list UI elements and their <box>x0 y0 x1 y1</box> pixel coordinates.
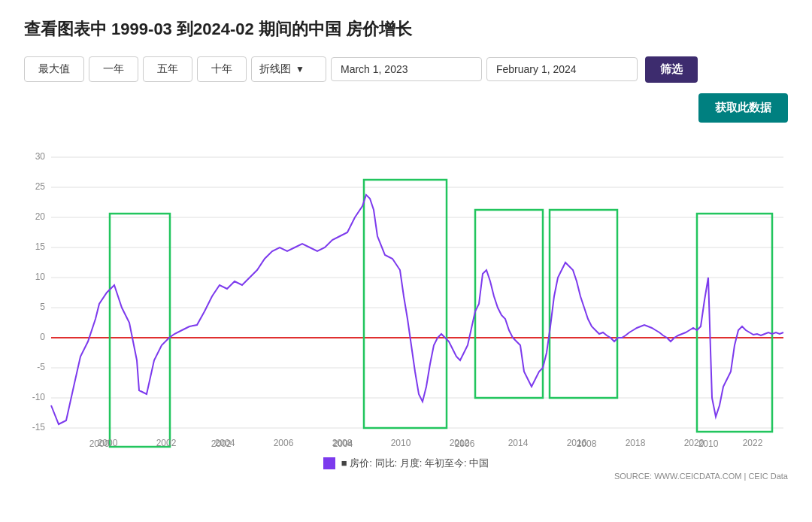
svg-text:2002: 2002 <box>156 438 177 448</box>
date-end-input[interactable] <box>486 57 638 81</box>
chart-svg: 30 25 20 15 10 5 0 -5 -10 -15 2000 2002 … <box>24 135 788 458</box>
btn-max[interactable]: 最大值 <box>24 56 84 82</box>
svg-rect-31 <box>697 214 772 432</box>
chart-type-select[interactable]: 折线图 ▼ <box>251 56 326 82</box>
svg-text:2016: 2016 <box>567 438 587 448</box>
svg-text:-5: -5 <box>37 362 45 372</box>
chevron-down-icon: ▼ <box>295 64 304 74</box>
svg-text:2012: 2012 <box>450 438 470 448</box>
svg-text:-15: -15 <box>32 422 46 432</box>
svg-text:2008: 2008 <box>332 438 353 448</box>
btn-5y[interactable]: 五年 <box>143 56 192 82</box>
svg-text:30: 30 <box>35 151 46 162</box>
svg-text:2000: 2000 <box>98 438 118 448</box>
legend-swatch <box>323 457 335 469</box>
svg-text:2022: 2022 <box>743 438 763 448</box>
source-row: SOURCE: WWW.CEICDATA.COM | CEIC Data <box>24 472 788 481</box>
svg-text:2020: 2020 <box>684 438 704 448</box>
svg-text:2004: 2004 <box>215 438 235 448</box>
date-start-input[interactable] <box>331 57 482 81</box>
chart-type-label: 折线图 <box>259 62 291 76</box>
svg-text:20: 20 <box>35 211 46 222</box>
legend-row: ■ 房价: 同比: 月度: 年初至今: 中国 <box>24 457 788 470</box>
svg-text:15: 15 <box>35 241 46 252</box>
get-data-button[interactable]: 获取此数据 <box>698 93 788 123</box>
right-controls: 获取此数据 <box>24 93 788 129</box>
legend-label: ■ 房价: 同比: 月度: 年初至今: 中国 <box>341 457 489 470</box>
svg-rect-27 <box>110 214 170 447</box>
filter-button[interactable]: 筛选 <box>645 56 698 83</box>
x-axis-labels: 2000 2002 2004 2006 2008 2010 2012 2014 … <box>51 436 783 451</box>
svg-text:2010: 2010 <box>391 438 411 448</box>
svg-text:2018: 2018 <box>626 438 646 448</box>
svg-text:2006: 2006 <box>274 438 294 448</box>
svg-text:5: 5 <box>40 302 45 312</box>
btn-10y[interactable]: 十年 <box>197 56 247 82</box>
svg-text:10: 10 <box>35 272 46 282</box>
chart-container: 30 25 20 15 10 5 0 -5 -10 -15 2000 2002 … <box>24 135 788 458</box>
controls-row: 最大值 一年 五年 十年 折线图 ▼ 筛选 <box>24 56 788 83</box>
svg-rect-29 <box>475 210 543 398</box>
svg-text:25: 25 <box>35 181 46 192</box>
svg-text:-10: -10 <box>32 392 46 402</box>
svg-text:2014: 2014 <box>508 438 529 448</box>
btn-1y[interactable]: 一年 <box>89 56 138 82</box>
page-title: 查看图表中 1999-03 到2024-02 期间的中国 房价增长 <box>24 18 788 41</box>
svg-text:0: 0 <box>40 332 45 342</box>
